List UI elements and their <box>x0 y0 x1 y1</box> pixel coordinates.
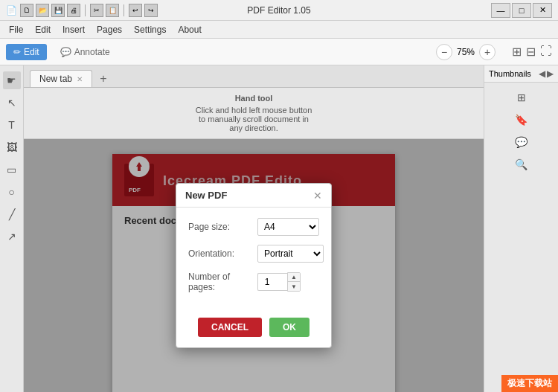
edit-pen-icon: ✏ <box>13 47 21 57</box>
modal-close-button[interactable]: ✕ <box>313 190 322 201</box>
panel-arrows: ◀ ▶ <box>539 68 554 79</box>
modal-footer: CANCEL OK <box>176 312 331 347</box>
shape-rect-icon[interactable]: ▭ <box>3 161 21 179</box>
orientation-row: Orientation: Portrait Landscape <box>188 245 319 263</box>
zoom-control: − 75% + ⊞ ⊟ ⛶ <box>436 44 552 60</box>
tab-label: New tab <box>39 74 72 84</box>
page-size-row: Page size: A4 A3 A5 Letter Legal <box>188 218 319 236</box>
toolbar-sep1 <box>85 4 86 16</box>
center-content: New tab ✕ + Hand tool Click and hold lef… <box>24 65 484 392</box>
page-size-label: Page size: <box>188 222 251 232</box>
thumbnails-label: Thumbnails <box>489 69 531 78</box>
modal-header: New PDF ✕ <box>176 184 331 208</box>
watermark: 极速下载站 <box>501 375 558 392</box>
main-layout: ☛ ↖ T 🖼 ▭ ○ ╱ ↗ New tab ✕ + Hand tool Cl… <box>0 65 558 392</box>
toolbar-redo[interactable]: ↪ <box>144 4 158 17</box>
toolbar-cut[interactable]: ✂ <box>90 4 103 17</box>
select-icon[interactable]: ↖ <box>3 94 21 112</box>
modal-body: Page size: A4 A3 A5 Letter Legal Orienta… <box>176 208 331 312</box>
comments-icon[interactable]: 💬 <box>513 133 530 151</box>
spin-down-button[interactable]: ▼ <box>288 282 300 291</box>
orientation-select[interactable]: Portrait Landscape <box>257 245 324 263</box>
text-icon[interactable]: T <box>3 116 21 134</box>
edit-toolbar: ✏ Edit 💬 Annotate − 75% + ⊞ ⊟ ⛶ <box>0 39 558 65</box>
zoom-in-button[interactable]: + <box>479 44 496 60</box>
toolbar-open[interactable]: 📂 <box>36 4 49 17</box>
toolbar-print[interactable]: 🖨 <box>67 4 80 17</box>
modal-title: New PDF <box>185 190 227 201</box>
thumbnails-icon[interactable]: ⊞ <box>513 89 530 106</box>
tab-bar: New tab ✕ + <box>24 65 484 88</box>
maximize-button[interactable]: □ <box>512 3 531 18</box>
toolbar-new[interactable]: 🗋 <box>20 4 33 17</box>
num-pages-row: Number of pages: ▲ ▼ <box>188 271 319 292</box>
image-icon[interactable]: 🖼 <box>3 138 21 156</box>
annotate-label: Annotate <box>74 47 110 57</box>
tool-title: Hand tool <box>33 94 475 103</box>
fullscreen-icon[interactable]: ⛶ <box>540 45 552 59</box>
menu-about[interactable]: About <box>172 23 207 36</box>
fit-page-icon[interactable]: ⊟ <box>526 45 536 59</box>
panel-arrow-right[interactable]: ▶ <box>547 68 554 79</box>
panel-arrow-left[interactable]: ◀ <box>539 68 545 79</box>
line-icon[interactable]: ╱ <box>3 205 21 223</box>
tab-add-button[interactable]: + <box>95 71 112 87</box>
right-panel: Thumbnails ◀ ▶ ⊞ 🔖 💬 🔍 <box>484 65 558 392</box>
annotate-icon: 💬 <box>60 47 71 57</box>
right-panel-icons: ⊞ 🔖 💬 🔍 <box>510 83 533 179</box>
spin-up-button[interactable]: ▲ <box>288 273 300 282</box>
app-title: PDF Editor 1.05 <box>247 5 310 16</box>
toolbar-save[interactable]: 💾 <box>51 4 65 17</box>
minimize-button[interactable]: — <box>491 3 510 18</box>
spin-buttons: ▲ ▼ <box>287 272 301 292</box>
tab-close-icon[interactable]: ✕ <box>77 75 83 83</box>
zoom-out-button[interactable]: − <box>436 44 452 60</box>
tab-new[interactable]: New tab ✕ <box>30 70 92 87</box>
num-pages-input[interactable] <box>257 273 287 291</box>
search-panel-icon[interactable]: 🔍 <box>513 155 530 173</box>
menu-pages[interactable]: Pages <box>91 23 128 36</box>
app-icon: 📄 <box>6 5 17 16</box>
menu-insert[interactable]: Insert <box>57 23 91 36</box>
annotate-button[interactable]: 💬 Annotate <box>53 44 118 60</box>
tool-description: Click and hold left mouse buttonto manua… <box>33 106 475 132</box>
zoom-value: 75% <box>457 47 475 57</box>
hand-tool-icon[interactable]: ☛ <box>3 71 21 89</box>
toolbar-undo[interactable]: ↩ <box>129 4 142 17</box>
title-bar: 📄 🗋 📂 💾 🖨 ✂ 📋 ↩ ↪ PDF Editor 1.05 — □ ✕ <box>0 0 558 21</box>
right-panel-title-bar: Thumbnails ◀ ▶ <box>484 65 558 83</box>
edit-label: Edit <box>24 47 39 57</box>
num-pages-label: Number of pages: <box>188 271 251 292</box>
shape-circle-icon[interactable]: ○ <box>3 183 21 201</box>
orientation-label: Orientation: <box>188 248 251 259</box>
pdf-area: PDF Icecream PDF Edito... Recent docume.… <box>24 139 484 392</box>
view-icons: ⊞ ⊟ ⛶ <box>512 45 552 59</box>
title-bar-left: 📄 🗋 📂 💾 🖨 ✂ 📋 ↩ ↪ <box>6 4 158 17</box>
arrow-icon[interactable]: ↗ <box>3 228 21 245</box>
toolbar-icons: 🗋 📂 💾 🖨 ✂ 📋 ↩ ↪ <box>20 4 158 17</box>
bookmarks-icon[interactable]: 🔖 <box>513 111 530 129</box>
close-button[interactable]: ✕ <box>533 3 552 18</box>
new-pdf-modal: New PDF ✕ Page size: A4 A3 A5 Letter Leg… <box>176 183 332 348</box>
menu-file[interactable]: File <box>3 23 29 36</box>
ok-button[interactable]: OK <box>269 318 310 337</box>
left-sidebar: ☛ ↖ T 🖼 ▭ ○ ╱ ↗ <box>0 65 24 392</box>
num-pages-control: ▲ ▼ <box>257 272 301 292</box>
fit-width-icon[interactable]: ⊞ <box>512 45 522 59</box>
cancel-button[interactable]: CANCEL <box>198 318 262 337</box>
menu-bar: File Edit Insert Pages Settings About <box>0 21 558 39</box>
tool-info: Hand tool Click and hold left mouse butt… <box>24 88 484 139</box>
menu-edit[interactable]: Edit <box>29 23 57 36</box>
window-controls: — □ ✕ <box>491 3 552 18</box>
edit-button[interactable]: ✏ Edit <box>6 44 47 60</box>
toolbar-sep2 <box>124 4 124 16</box>
toolbar-copy[interactable]: 📋 <box>106 4 119 17</box>
menu-settings[interactable]: Settings <box>128 23 172 36</box>
page-size-select[interactable]: A4 A3 A5 Letter Legal <box>257 218 319 236</box>
